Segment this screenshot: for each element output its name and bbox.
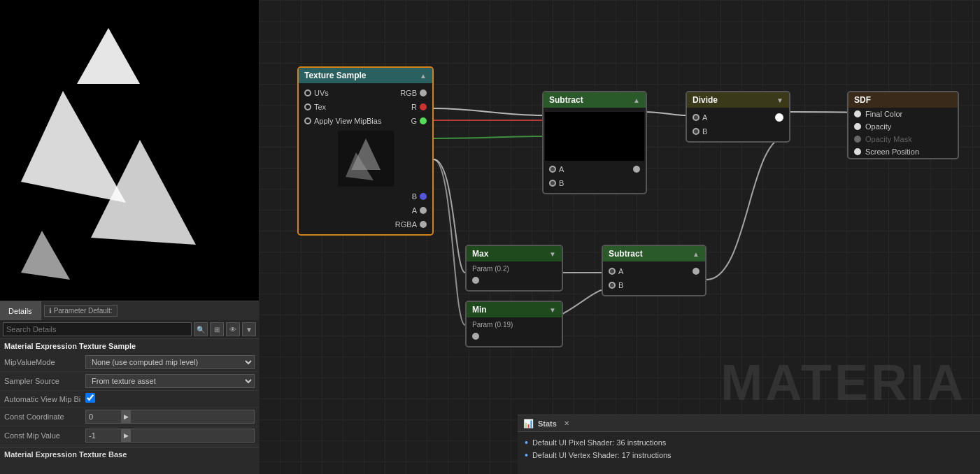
node-texture-sample[interactable]: Texture Sample ▲ UVs RGB Tex [297,66,434,236]
node-subtract-1-title: Subtract [549,95,583,105]
node-max[interactable]: Max ▼ Param (0.2) [465,245,563,292]
max-expand-icon[interactable]: ▼ [549,250,556,258]
subtract1-pin-out[interactable] [633,166,640,173]
pin-right-rgb: RGB [400,89,427,97]
mip-value-mode-value[interactable]: None (use computed mip level) MipLevel M… [85,355,255,369]
pin-left-mipbias: Apply View MipBias [304,117,381,125]
const-coord-label: Const Coordinate [4,412,81,421]
pin-g-label: G [411,117,417,125]
pin-row-b: B [299,189,432,203]
sdf-final-color-pin[interactable] [854,110,861,117]
property-const-coordinate: Const Coordinate ▶ [0,408,259,426]
eye-button[interactable]: 👁 [226,322,240,336]
node-subtract-1-header: Subtract ▲ [544,92,646,108]
stats-text-1: Default UI Pixel Shader: 36 instructions [532,438,666,447]
const-coord-input[interactable] [86,412,121,422]
pin-tex-in[interactable] [304,103,311,110]
grid-view-button[interactable]: ⊞ [210,322,224,336]
divide-pin-b-in[interactable] [693,128,700,135]
eye-icon: 👁 [229,326,236,333]
search-button[interactable]: 🔍 [194,322,208,336]
node-sdf[interactable]: SDF Final Color Opacity Opacity Mask Scr… [847,91,959,159]
search-input[interactable] [3,322,192,336]
pin-row-a: A [299,203,432,217]
details-tabs: Details ℹ Parameter Default: [0,301,259,320]
node-subtract-1[interactable]: Subtract ▲ A B [542,91,647,194]
pin-uvs-label: UVs [314,89,329,97]
sampler-source-value[interactable]: From texture asset Wrap Clamp [85,374,255,388]
property-mip-value-mode: MipValueMode None (use computed mip leve… [0,353,259,372]
stats-close-button[interactable]: ✕ [564,419,569,427]
pin-rgb-out[interactable] [420,89,427,96]
node-min[interactable]: Min ▼ Param (0.19) [465,301,563,347]
const-coord-value[interactable]: ▶ [85,410,255,424]
min-pin-out[interactable] [472,333,479,340]
divide-pin-left-b: B [693,127,707,136]
subtract2-pin-b-in[interactable] [609,282,616,289]
sdf-opacity-pin[interactable] [854,123,861,130]
tab-details[interactable]: Details [0,301,41,320]
pin-row-uvs: UVs RGB [299,86,432,100]
const-coord-arrow[interactable]: ▶ [121,410,131,423]
pin-r-out[interactable] [420,103,427,110]
subtract2-pin-out[interactable] [693,268,700,275]
const-mip-input[interactable] [86,431,121,440]
node-graph[interactable]: Texture Sample ▲ UVs RGB Tex [259,0,980,474]
subtract1-pin-a-label: A [559,165,564,173]
subtract1-pin-left-a: A [549,165,564,173]
settings-icon: ▼ [246,326,253,333]
pin-row-mipbias: Apply View MipBias G [299,114,432,128]
mip-value-mode-select[interactable]: None (use computed mip level) MipLevel M… [85,355,255,369]
divide-pin-out[interactable] [775,113,783,122]
subtract1-pin-b-in[interactable] [549,180,556,187]
node-subtract-1-body: A B [544,108,646,193]
auto-mip-label: Automatic View Mip Bi [4,395,81,403]
param-default-button[interactable]: ℹ Parameter Default: [44,305,118,317]
min-expand-icon[interactable]: ▼ [549,306,556,314]
pin-uvs-in[interactable] [304,89,311,96]
sampler-source-select[interactable]: From texture asset Wrap Clamp [85,374,255,388]
stats-line-1: • Default UI Pixel Shader: 36 instructio… [525,436,973,449]
pin-g-out[interactable] [420,117,427,124]
auto-mip-value[interactable] [85,393,255,405]
pin-right-b: B [412,192,427,201]
stats-title: Stats [538,419,557,428]
const-mip-value[interactable]: ▶ [85,429,255,443]
const-mip-arrow[interactable]: ▶ [121,429,131,442]
bar-chart-icon: 📊 [523,419,534,429]
divide-pin-a-in[interactable] [693,114,700,121]
stats-text-2: Default UI Vertex Shader: 17 instruction… [532,451,672,459]
auto-mip-checkbox[interactable] [85,393,95,403]
bullet-2: • [525,450,528,460]
pin-mipbias-in[interactable] [304,117,311,124]
pin-b-out[interactable] [420,193,427,200]
expand-icon[interactable]: ▲ [420,72,427,80]
sdf-opacity-mask-pin[interactable] [854,136,861,143]
details-panel: Details ℹ Parameter Default: 🔍 ⊞ 👁 ▼ [0,301,259,474]
node-divide[interactable]: Divide ▼ A B [686,91,790,143]
sdf-screen-position-pin[interactable] [854,148,861,155]
pin-rgba-out[interactable] [420,221,427,228]
sdf-pin-opacity-mask: Opacity Mask [848,133,958,145]
property-sampler-source: Sampler Source From texture asset Wrap C… [0,372,259,391]
node-texture-preview [338,131,394,187]
subtract2-pin-left-a: A [609,267,623,275]
subtract1-pin-right [633,166,640,173]
pin-left-uvs: UVs [304,89,329,97]
subtract2-pin-a-in[interactable] [609,268,616,275]
divide-expand-icon[interactable]: ▼ [776,96,783,104]
subtract1-expand-icon[interactable]: ▲ [633,96,640,104]
settings-button[interactable]: ▼ [242,322,256,336]
search-row: 🔍 ⊞ 👁 ▼ [0,320,259,339]
subtract1-pin-a-in[interactable] [549,166,556,173]
node-subtract-2[interactable]: Subtract ▲ A B [602,245,706,296]
watermark: MATERIA [720,354,966,411]
pin-a-out[interactable] [420,207,427,214]
node-divide-title: Divide [693,95,718,105]
node-max-header: Max ▼ [467,246,562,261]
max-pin-out[interactable] [472,277,479,284]
subtract2-expand-icon[interactable]: ▲ [693,250,700,258]
preview-texture-svg [339,131,393,186]
divide-pin-left-a: A [693,113,707,122]
divide-pin-right [775,113,783,122]
